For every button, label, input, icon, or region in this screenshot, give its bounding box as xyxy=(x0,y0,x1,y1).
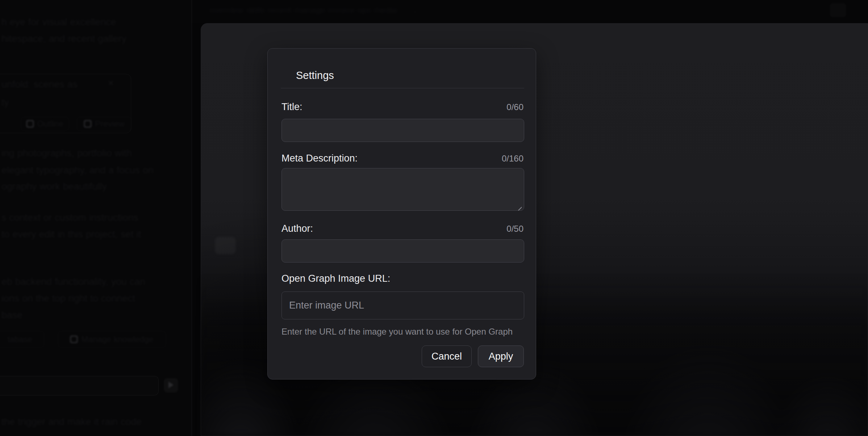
og-image-url-input[interactable] xyxy=(281,292,524,319)
title-label-row: Title: 0/60 xyxy=(281,101,523,113)
settings-dialog: Settings Title: 0/60 Meta Description: 0… xyxy=(267,48,536,380)
title-label: Title: xyxy=(281,101,302,113)
author-label-row: Author: 0/50 xyxy=(281,223,523,234)
og-image-helper-text: Enter the URL of the image you want to u… xyxy=(281,327,513,337)
apply-button[interactable]: Apply xyxy=(478,345,524,367)
og-image-label-row: Open Graph Image URL: xyxy=(281,273,523,284)
author-label: Author: xyxy=(281,223,313,234)
cancel-button[interactable]: Cancel xyxy=(422,345,472,367)
title-counter: 0/60 xyxy=(506,102,523,112)
meta-description-label: Meta Description: xyxy=(281,153,358,164)
dialog-divider xyxy=(281,88,524,88)
author-counter: 0/50 xyxy=(506,224,523,234)
title-input[interactable] xyxy=(281,119,524,142)
author-input[interactable] xyxy=(281,239,524,263)
meta-description-counter: 0/160 xyxy=(502,154,523,164)
meta-description-label-row: Meta Description: 0/160 xyxy=(281,153,523,164)
dialog-title: Settings xyxy=(296,70,334,81)
meta-description-textarea[interactable] xyxy=(281,168,524,211)
og-image-url-label: Open Graph Image URL: xyxy=(281,273,390,284)
